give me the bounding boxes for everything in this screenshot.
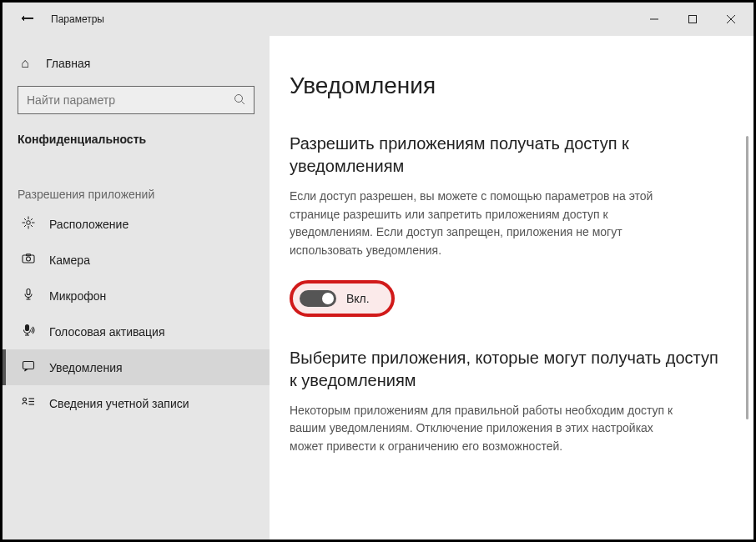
page-title: Уведомления: [290, 73, 728, 99]
section-heading-choose-apps: Выберите приложения, которые могут получ…: [290, 347, 728, 392]
sidebar-item-camera[interactable]: Камера: [3, 242, 270, 278]
toggle-switch-icon: [300, 290, 336, 307]
svg-line-11: [24, 218, 26, 220]
svg-point-25: [23, 398, 27, 401]
titlebar: 🠔 Параметры: [3, 3, 753, 36]
section-desc-choose-apps: Некоторым приложениям для правильной раб…: [290, 402, 690, 456]
arrow-left-icon: 🠔: [21, 12, 34, 26]
account-info-icon: [21, 395, 36, 411]
svg-rect-21: [26, 325, 29, 331]
search-icon: [234, 93, 245, 108]
sidebar-item-label: Сведения учетной записи: [49, 397, 189, 410]
svg-line-13: [31, 218, 33, 220]
home-link[interactable]: ⌂ Главная: [3, 49, 270, 78]
minimize-button[interactable]: [635, 3, 673, 36]
search-box[interactable]: [18, 86, 255, 114]
section-desc-allow-access: Если доступ разрешен, вы можете с помощь…: [290, 188, 690, 260]
sidebar-item-account-info[interactable]: Сведения учетной записи: [3, 385, 270, 421]
svg-line-12: [31, 225, 33, 227]
svg-point-4: [235, 94, 243, 102]
sidebar-item-microphone[interactable]: Микрофон: [3, 278, 270, 314]
settings-group-title: Конфиденциальность: [18, 133, 255, 146]
camera-icon: [21, 252, 36, 268]
allow-notifications-toggle[interactable]: Вкл.: [290, 280, 395, 317]
home-icon: ⌂: [18, 56, 33, 71]
svg-line-14: [24, 225, 26, 227]
window-title: Параметры: [51, 13, 104, 25]
location-icon: [21, 216, 36, 232]
scrollbar-thumb[interactable]: [746, 136, 748, 419]
sidebar-item-label: Голосовая активация: [49, 325, 165, 339]
sidebar: ⌂ Главная Конфиденциальность Разрешения …: [3, 36, 270, 539]
sidebar-item-voice-activation[interactable]: Голосовая активация: [3, 314, 270, 349]
sidebar-item-location[interactable]: Расположение: [3, 206, 270, 242]
sidebar-item-label: Уведомления: [49, 361, 123, 374]
close-icon: [726, 14, 736, 24]
settings-window: 🠔 Параметры ⌂ Главная Конфиденц: [0, 0, 756, 542]
back-button[interactable]: 🠔: [18, 12, 38, 27]
close-button[interactable]: [712, 3, 750, 36]
sidebar-item-label: Микрофон: [49, 289, 106, 303]
settings-subgroup-title: Разрешения приложений: [18, 188, 255, 201]
svg-rect-15: [23, 255, 34, 263]
sidebar-item-notifications[interactable]: Уведомления: [3, 349, 270, 385]
toggle-state-label: Вкл.: [346, 292, 370, 305]
svg-rect-24: [23, 362, 34, 369]
section-heading-allow-access: Разрешить приложениям получать доступ к …: [290, 133, 728, 178]
svg-point-6: [27, 221, 31, 225]
sidebar-item-label: Расположение: [49, 218, 129, 231]
voice-activation-icon: [21, 324, 36, 339]
maximize-icon: [688, 14, 698, 24]
svg-rect-18: [27, 289, 30, 295]
maximize-button[interactable]: [673, 3, 712, 36]
content-scrollbar[interactable]: [746, 136, 748, 523]
home-label: Главная: [46, 57, 90, 70]
svg-point-16: [27, 257, 31, 261]
svg-line-5: [242, 101, 245, 104]
notifications-icon: [21, 359, 36, 375]
body: ⌂ Главная Конфиденциальность Разрешения …: [3, 36, 753, 539]
sidebar-item-label: Камера: [49, 253, 90, 267]
microphone-icon: [21, 288, 36, 304]
content-pane: Уведомления Разрешить приложениям получа…: [270, 36, 753, 539]
minimize-icon: [649, 14, 659, 24]
search-input[interactable]: [27, 93, 234, 107]
svg-rect-1: [689, 16, 697, 23]
